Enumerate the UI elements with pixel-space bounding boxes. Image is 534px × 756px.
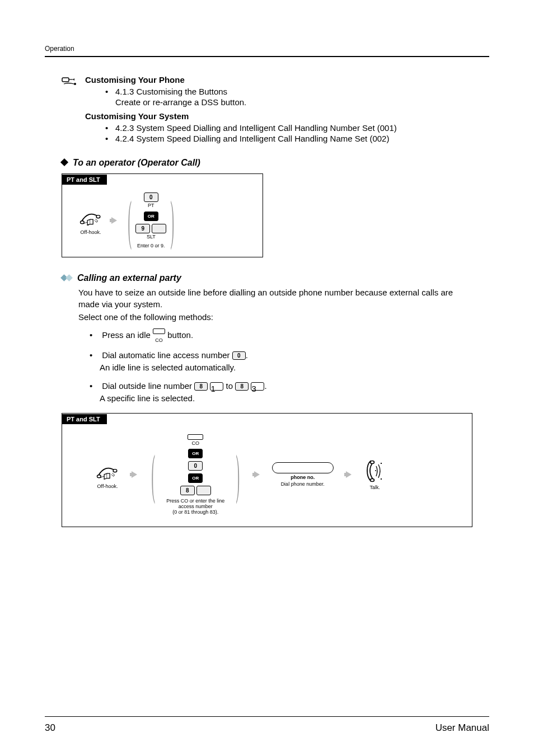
bracket-left-icon-2: ( <box>151 447 156 502</box>
press-co-label: Press CO or enter the line access number… <box>159 499 232 515</box>
key-0-d2: 0 <box>188 461 203 471</box>
key-9-label: SLT <box>147 234 156 240</box>
operator-tab: PT and SLT <box>62 175 107 185</box>
arrow-icon-2c <box>346 471 352 478</box>
header-section: Operation <box>45 45 489 53</box>
customise-icon <box>62 76 81 144</box>
footer-rule <box>45 716 489 717</box>
key-1-inline: 1 <box>210 382 223 391</box>
key-blank-d2 <box>196 486 211 495</box>
phone-number-slot <box>272 462 334 473</box>
svg-point-4 <box>96 215 100 218</box>
external-diagram: PT and SLT Off-hook. ( <box>62 413 472 528</box>
svg-rect-0 <box>62 78 69 82</box>
svg-point-7 <box>370 461 374 464</box>
key-group: ( 0 PT OR 9 SLT <box>126 192 176 249</box>
key-blank <box>152 224 166 233</box>
external-p2: Select one of the following methods: <box>78 311 456 323</box>
customise-phone-item: 4.1.3 Customising the Buttons <box>105 87 472 96</box>
header-rule <box>45 56 489 57</box>
svg-point-2 <box>74 83 76 85</box>
bullet-1: Press an idle CO button. <box>90 328 472 344</box>
manual-label: User Manual <box>435 722 489 734</box>
external-p1: You have to seize an outside line before… <box>78 287 456 310</box>
arrow-icon <box>111 217 117 224</box>
customise-system-item-1: 4.2.3 System Speed Dialling and Intellig… <box>105 123 472 133</box>
customise-system-item-2: 4.2.4 System Speed Dialling and Intellig… <box>105 134 472 143</box>
svg-point-6 <box>113 469 117 472</box>
offhook-label-2: Off-hook. <box>97 484 118 490</box>
customise-phone-note: Create or re-arrange a DSS button. <box>85 97 472 107</box>
external-tab: PT and SLT <box>62 414 107 424</box>
or-key-2a: OR <box>188 449 203 458</box>
svg-point-9 <box>375 470 376 471</box>
page-number: 30 <box>45 722 55 734</box>
customise-system-title: Customising Your System <box>85 111 472 121</box>
external-heading: Calling an external party <box>62 273 472 283</box>
phone-no-label: phone no. <box>291 475 315 481</box>
customise-phone-title: Customising Your Phone <box>85 75 472 84</box>
talk-step: Talk. <box>364 458 386 491</box>
co-label-2: CO <box>192 441 200 447</box>
offhook-step-2: Off-hook. <box>96 459 119 490</box>
bracket-left-icon: ( <box>127 193 132 248</box>
enter-label: Enter 0 or 9. <box>137 243 165 249</box>
svg-point-8 <box>370 479 374 482</box>
diamond-icon <box>60 158 68 166</box>
operator-heading: To an operator (Operator Call) <box>62 158 472 168</box>
key-3-inline: 3 <box>251 382 264 391</box>
phone-number-step: phone no. Dial phone number. <box>272 462 334 487</box>
key-0: 0 <box>144 192 158 202</box>
bracket-right-icon-2: ) <box>235 447 240 502</box>
offhook-label: Off-hook. <box>81 230 101 236</box>
footer: 30 User Manual <box>45 715 489 734</box>
key-8-d2: 8 <box>180 486 195 495</box>
or-key: OR <box>144 212 158 221</box>
svg-point-5 <box>97 475 101 478</box>
co-button-icon: CO <box>153 328 165 344</box>
arrow-icon-2a <box>132 471 137 478</box>
bullet-3: Dial outside line number 8 1 to 8 3. A s… <box>90 380 472 405</box>
arrow-icon-2b <box>254 471 260 478</box>
operator-diagram: PT and SLT Off-hook. ( <box>62 173 263 257</box>
key-0-label: PT <box>148 203 154 209</box>
key-9: 9 <box>135 224 150 233</box>
bullet-2: Dial automatic line access number 0. An … <box>90 349 472 374</box>
dial-label: Dial phone number. <box>281 482 325 487</box>
line-select-group: ( CO OR 0 OR 8 <box>149 434 242 516</box>
offhook-step: Off-hook. <box>79 205 102 236</box>
svg-point-3 <box>81 221 85 224</box>
or-key-2b: OR <box>188 473 203 483</box>
bracket-right-icon: ) <box>170 193 175 248</box>
customising-block: Customising Your Phone 4.1.3 Customising… <box>62 75 472 144</box>
double-diamond-icon <box>62 274 73 281</box>
key-8-inline: 8 <box>194 382 208 391</box>
key-8-inline-2: 8 <box>235 382 249 391</box>
talk-label: Talk. <box>369 485 380 491</box>
key-0-inline: 0 <box>232 351 246 360</box>
co-btn-2 <box>188 434 203 440</box>
